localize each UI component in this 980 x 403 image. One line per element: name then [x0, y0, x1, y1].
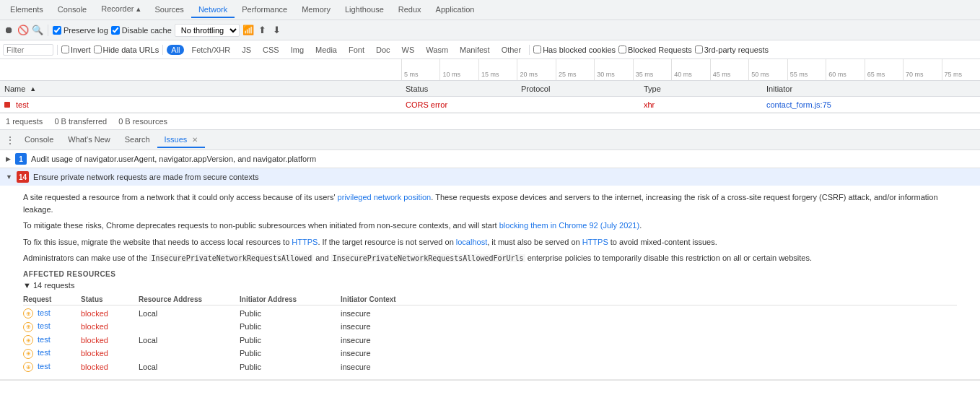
filter-btn-manifest[interactable]: Manifest [455, 45, 494, 55]
requests-count: 1 requests [6, 117, 43, 126]
blocked-requests-checkbox[interactable]: Blocked Requests [618, 46, 692, 54]
record-button[interactable]: ⏺ [3, 25, 14, 36]
resources-header: Request Status Resource Address Initiato… [23, 294, 957, 306]
code-2: InsecurePrivateNetworkRequestsAllowedFor… [331, 254, 525, 262]
transferred-size: 0 B transferred [54, 117, 107, 126]
more-icon[interactable]: ⋮ [3, 135, 17, 145]
tab-redux[interactable]: Redux [391, 2, 429, 18]
tab-network[interactable]: Network [191, 2, 235, 18]
blocked-cookies-input[interactable] [533, 46, 541, 53]
blocked-requests-label: Blocked Requests [628, 46, 692, 54]
filter-btn-js[interactable]: JS [237, 45, 255, 55]
tab-lighthouse[interactable]: Lighthouse [338, 2, 391, 18]
affected-count[interactable]: ▼ 14 requests [23, 281, 957, 290]
bottom-tab-search[interactable]: Search [118, 132, 157, 148]
tab-memory[interactable]: Memory [294, 2, 338, 18]
issue-text-2: Ensure private network requests are made… [33, 173, 258, 181]
resource-initiator-addr-4: Public [240, 349, 341, 358]
tab-console[interactable]: Console [51, 2, 94, 18]
third-party-checkbox[interactable]: 3rd-party requests [695, 46, 769, 54]
clear-button[interactable]: 🚫 [17, 25, 29, 36]
resource-initiator-addr-3: Public [240, 336, 341, 344]
issues-close-icon[interactable]: ✕ [192, 136, 198, 144]
top-tab-bar: Elements Console Recorder ▴ Sources Netw… [0, 0, 980, 20]
code-1: InsecurePrivateNetworkRequestsAllowed [149, 254, 313, 262]
th-name[interactable]: Name ▲ [0, 84, 401, 93]
issue-header-1[interactable]: ▶ 1 Audit usage of navigator.userAgent, … [0, 150, 980, 168]
tab-performance[interactable]: Performance [235, 2, 294, 18]
issue-header-2[interactable]: ▼ 14 Ensure private network requests are… [0, 168, 980, 186]
filter-input[interactable] [3, 44, 53, 56]
bottom-tab-issues[interactable]: Issues ✕ [157, 132, 206, 148]
th-initiator[interactable]: Initiator [762, 84, 980, 93]
disable-cache-input[interactable] [111, 26, 120, 35]
preserve-log-input[interactable] [53, 26, 61, 35]
issue-text-1: Audit usage of navigator.userAgent, navi… [31, 155, 316, 163]
filter-btn-all[interactable]: All [167, 45, 184, 55]
link-https2[interactable]: HTTPS [582, 238, 608, 246]
resource-link-1[interactable]: test [38, 308, 51, 317]
resource-request-1: ⊕ test [23, 308, 81, 319]
sort-arrow: ▲ [30, 85, 36, 92]
blocked-cookies-checkbox[interactable]: Has blocked cookies [533, 46, 616, 54]
col-header-request: Request [23, 295, 81, 303]
filter-btn-media[interactable]: Media [311, 45, 341, 55]
resource-initiator-ctx-4: insecure [341, 349, 957, 358]
table-header: Name ▲ Status Protocol Type Initiator [0, 81, 980, 97]
throttling-select[interactable]: No throttling [175, 24, 240, 37]
td-name-text: test [16, 100, 29, 109]
hide-data-urls-input[interactable] [94, 46, 102, 53]
hide-data-urls-checkbox[interactable]: Hide data URLs [94, 46, 159, 54]
filter-btn-other[interactable]: Other [497, 45, 526, 55]
resource-link-5[interactable]: test [38, 362, 51, 370]
link-localhost[interactable]: localhost [456, 238, 487, 246]
filter-btn-font[interactable]: Font [344, 45, 369, 55]
filter-sep-1 [57, 45, 58, 55]
resource-initiator-addr-5: Public [240, 363, 341, 371]
tab-application[interactable]: Application [429, 2, 482, 18]
disable-cache-checkbox[interactable]: Disable cache [111, 26, 172, 35]
tick-10ms: 10 ms [439, 59, 478, 80]
preserve-log-checkbox[interactable]: Preserve log [53, 26, 108, 35]
td-status: CORS error [401, 100, 517, 109]
table-row[interactable]: test CORS error xhr contact_form.js:75 [0, 97, 980, 113]
issue-desc-3: To fix this issue, migrate the website t… [23, 236, 957, 248]
filter-btn-img[interactable]: Img [286, 45, 308, 55]
tick-70ms: 70 ms [903, 59, 941, 80]
th-protocol[interactable]: Protocol [517, 84, 639, 93]
resource-initiator-ctx-3: insecure [341, 336, 957, 344]
td-initiator[interactable]: contact_form.js:75 [762, 100, 980, 109]
filter-btn-css[interactable]: CSS [258, 45, 284, 55]
third-party-label: 3rd-party requests [704, 46, 769, 54]
affected-label: AFFECTED RESOURCES [23, 270, 957, 278]
resource-link-3[interactable]: test [38, 335, 51, 344]
resource-link-4[interactable]: test [38, 348, 51, 357]
link-privileged[interactable]: privileged network position [338, 193, 432, 202]
th-type[interactable]: Type [639, 84, 762, 93]
filter-btn-wasm[interactable]: Wasm [421, 45, 452, 55]
tick-75ms: 75 ms [942, 59, 980, 80]
tab-elements[interactable]: Elements [3, 2, 51, 18]
resource-link-2[interactable]: test [38, 321, 51, 330]
bottom-tab-whatsnew[interactable]: What's New [61, 132, 117, 148]
blocked-requests-input[interactable] [618, 46, 626, 53]
link-blocking[interactable]: blocking them in Chrome 92 (July 2021) [499, 221, 639, 230]
third-party-input[interactable] [695, 46, 703, 53]
wifi-icon[interactable]: 📶 [242, 25, 254, 36]
tab-recorder[interactable]: Recorder ▴ [94, 1, 147, 18]
filter-btn-doc[interactable]: Doc [372, 45, 395, 55]
tab-sources[interactable]: Sources [148, 2, 191, 18]
invert-input[interactable] [61, 46, 69, 53]
th-status[interactable]: Status [401, 84, 517, 93]
import-icon[interactable]: ⬆ [257, 25, 268, 36]
resource-icon-1: ⊕ [23, 308, 33, 318]
issue-group-2: ▼ 14 Ensure private network requests are… [0, 168, 980, 381]
issue-badge-2: 14 [17, 171, 29, 183]
bottom-tab-console[interactable]: Console [17, 132, 61, 148]
filter-btn-ws[interactable]: WS [398, 45, 419, 55]
invert-checkbox[interactable]: Invert [61, 46, 91, 54]
link-https[interactable]: HTTPS [292, 238, 318, 246]
filter-btn-fetch[interactable]: Fetch/XHR [187, 45, 235, 55]
filter-icon[interactable]: 🔍 [32, 25, 43, 36]
export-icon[interactable]: ⬇ [271, 25, 283, 36]
